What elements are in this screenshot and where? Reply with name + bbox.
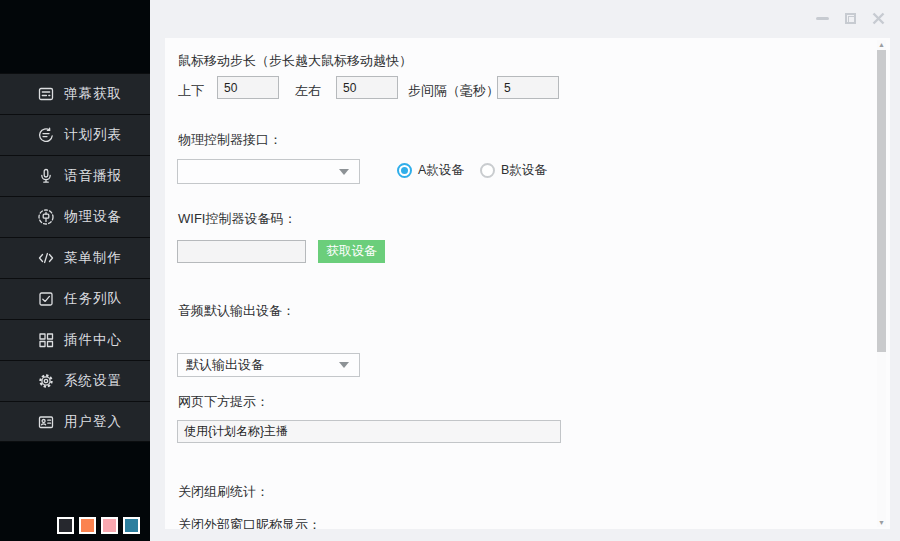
sidebar-item-label: 插件中心: [64, 331, 122, 349]
web-tip-input[interactable]: [177, 420, 561, 443]
close-button[interactable]: [864, 8, 892, 28]
step-interval-input[interactable]: [497, 76, 559, 99]
sidebar: 弹幕获取 计划列表 语音播报 物理设备 菜单制作: [0, 0, 150, 541]
voice-broadcast-icon: [37, 167, 55, 185]
theme-swatch-pink[interactable]: [101, 517, 118, 534]
step-horizontal-input[interactable]: [336, 76, 398, 99]
theme-swatch-orange[interactable]: [79, 517, 96, 534]
close-external-nickname-label: 关闭外部窗口昵称显示：: [178, 516, 321, 529]
device-a-label: A款设备: [418, 162, 464, 179]
get-device-button[interactable]: 获取设备: [318, 240, 385, 263]
chevron-down-icon: [339, 169, 349, 175]
sidebar-item-task-queue[interactable]: 任务列队: [0, 278, 150, 319]
scrollbar-thumb[interactable]: [877, 50, 886, 352]
scroll-up-icon[interactable]: ▲: [877, 40, 886, 49]
sidebar-item-label: 任务列队: [64, 290, 122, 308]
panel-scrollbar[interactable]: ▲ ▼: [877, 40, 886, 527]
physical-device-icon: [37, 208, 55, 226]
theme-swatch-dark[interactable]: [57, 517, 74, 534]
sidebar-item-danmaku[interactable]: 弹幕获取: [0, 73, 150, 114]
wifi-code-input[interactable]: [177, 240, 306, 263]
step-vertical-label: 上下: [178, 82, 204, 100]
sidebar-item-label: 计划列表: [64, 126, 122, 144]
sidebar-item-label: 语音播报: [64, 167, 122, 185]
device-a-radio[interactable]: [397, 163, 412, 178]
plan-list-icon: [37, 126, 55, 144]
sidebar-item-label: 系统设置: [64, 372, 122, 390]
web-tip-label: 网页下方提示：: [178, 393, 269, 411]
sidebar-item-label: 弹幕获取: [64, 85, 122, 103]
device-b-radio[interactable]: [480, 163, 495, 178]
window-controls: [808, 8, 892, 28]
sidebar-item-user-login[interactable]: 用户登入: [0, 401, 150, 442]
sidebar-item-plugin-center[interactable]: 插件中心: [0, 319, 150, 360]
audio-output-value: 默认输出设备: [186, 356, 264, 374]
mouse-step-title: 鼠标移动步长（步长越大鼠标移动越快）: [178, 52, 412, 70]
sidebar-item-menu-maker[interactable]: 菜单制作: [0, 237, 150, 278]
task-queue-icon: [37, 290, 55, 308]
audio-output-select[interactable]: 默认输出设备: [177, 353, 360, 377]
step-horizontal-label: 左右: [295, 82, 321, 100]
device-a-radio-row[interactable]: A款设备: [397, 162, 464, 179]
step-interval-label: 步间隔（毫秒）: [408, 82, 499, 100]
audio-output-label: 音频默认输出设备：: [178, 302, 295, 320]
theme-swatches: [57, 517, 145, 534]
chevron-down-icon: [339, 362, 349, 368]
sidebar-nav: 弹幕获取 计划列表 语音播报 物理设备 菜单制作: [0, 73, 150, 442]
controller-port-label: 物理控制器接口：: [178, 131, 282, 149]
scroll-down-icon[interactable]: ▼: [877, 518, 886, 527]
sidebar-item-system-settings[interactable]: 系统设置: [0, 360, 150, 401]
sidebar-item-voice[interactable]: 语音播报: [0, 155, 150, 196]
sidebar-item-label: 用户登入: [64, 413, 122, 431]
plugin-center-icon: [37, 331, 55, 349]
close-group-stats-label: 关闭组刷统计：: [178, 483, 269, 501]
menu-maker-icon: [37, 249, 55, 267]
maximize-button[interactable]: [836, 8, 864, 28]
step-vertical-input[interactable]: [217, 76, 279, 99]
settings-panel: 鼠标移动步长（步长越大鼠标移动越快） 上下 左右 步间隔（毫秒） 物理控制器接口…: [165, 38, 890, 529]
sidebar-item-physical-device[interactable]: 物理设备: [0, 196, 150, 237]
sidebar-item-plan-list[interactable]: 计划列表: [0, 114, 150, 155]
controller-port-select[interactable]: [177, 159, 360, 184]
wifi-code-label: WIFI控制器设备码：: [178, 210, 296, 228]
danmaku-list-icon: [37, 85, 55, 103]
sidebar-item-label: 物理设备: [64, 208, 122, 226]
device-b-radio-row[interactable]: B款设备: [480, 162, 547, 179]
system-settings-icon: [37, 372, 55, 390]
minimize-button[interactable]: [808, 8, 836, 28]
theme-swatch-teal[interactable]: [123, 517, 140, 534]
user-login-icon: [37, 413, 55, 431]
sidebar-item-label: 菜单制作: [64, 249, 122, 267]
device-b-label: B款设备: [501, 162, 547, 179]
